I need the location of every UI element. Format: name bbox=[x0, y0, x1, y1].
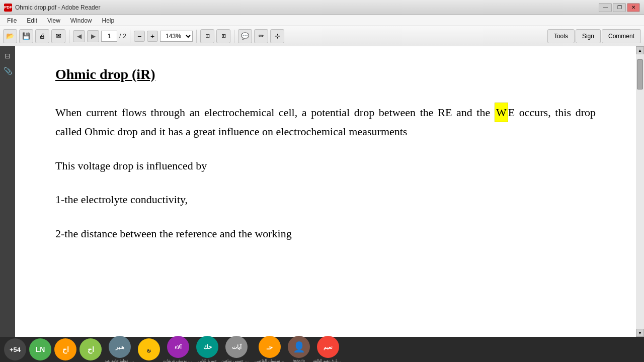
right-scrollbar: ▲ ▼ bbox=[636, 46, 644, 337]
scroll-down-arrow[interactable]: ▼ bbox=[636, 329, 644, 337]
page-input[interactable]: 1 bbox=[101, 31, 117, 42]
user-avatar-ah1[interactable]: اح bbox=[54, 338, 76, 360]
pdf-title: Ohmic drop (iR) bbox=[55, 66, 596, 82]
user-label-hk: حمزة كتاني bbox=[198, 358, 216, 362]
select-button[interactable]: ⊹ bbox=[270, 29, 284, 43]
menu-edit[interactable]: Edit bbox=[23, 16, 41, 25]
print-button[interactable]: 🖨 bbox=[35, 29, 49, 43]
fit-page-button[interactable]: ⊡ bbox=[200, 29, 214, 43]
comment-tool-button[interactable]: 💬 bbox=[238, 29, 252, 43]
pdf-app-icon: PDF bbox=[4, 4, 12, 12]
paragraph-1: When current flows through an electroche… bbox=[55, 103, 596, 141]
title-bar-left: PDF Ohmic drop.pdf - Adobe Reader bbox=[4, 4, 100, 12]
zoom-out-button[interactable]: − bbox=[134, 31, 145, 42]
user-label-photo: hutaifb bbox=[293, 358, 305, 362]
window-controls: — ❐ ✕ bbox=[599, 3, 640, 12]
page-box: 1 / 2 bbox=[101, 31, 126, 42]
zoom-in-button[interactable]: + bbox=[147, 31, 158, 42]
taskbar: +54 LN اح اح هنير بنت عطية حامد عبد يع آ… bbox=[0, 337, 644, 362]
paragraph-4: 2-the distance between the reference and… bbox=[55, 224, 596, 243]
highlight-we: W bbox=[495, 103, 508, 122]
attachments-panel-icon[interactable]: 📎 bbox=[2, 65, 13, 76]
restore-button[interactable]: ❐ bbox=[613, 3, 626, 12]
separator-3 bbox=[196, 30, 197, 43]
user-avatar-ln[interactable]: LN bbox=[29, 338, 51, 360]
menu-file[interactable]: File bbox=[3, 16, 21, 25]
title-bar: PDF Ohmic drop.pdf - Adobe Reader — ❐ ✕ bbox=[0, 0, 644, 15]
user-label-alaa: آلاء الناصر يوسف غريفات bbox=[163, 358, 193, 362]
minimize-button[interactable]: — bbox=[599, 3, 612, 12]
toolbar: 📂 💾 🖨 ✉ ◀ ▶ 1 / 2 − + 143% ⊡ ⊞ 💬 ✏ ⊹ Too… bbox=[0, 26, 644, 46]
user-avatar-hk[interactable]: حك bbox=[196, 336, 218, 358]
user-avatar-hamd[interactable]: هنير bbox=[109, 336, 131, 358]
menu-view[interactable]: View bbox=[43, 16, 64, 25]
next-page-button[interactable]: ▶ bbox=[87, 30, 99, 42]
email-button[interactable]: ✉ bbox=[51, 29, 65, 43]
menu-bar: File Edit View Window Help bbox=[0, 15, 644, 26]
scroll-up-arrow[interactable]: ▲ bbox=[636, 46, 644, 54]
pdf-content: Ohmic drop (iR) When current flows throu… bbox=[15, 46, 636, 337]
scroll-track[interactable] bbox=[636, 54, 644, 329]
fit-width-button[interactable]: ⊞ bbox=[216, 29, 230, 43]
main-layout: ⊟ 📎 Ohmic drop (iR) When current flows t… bbox=[0, 46, 644, 337]
user-avatar-ah2[interactable]: اح bbox=[79, 338, 102, 360]
user-label-naeem: نعيم طارق نعيم التالفه bbox=[313, 358, 343, 362]
open-button[interactable]: 📂 bbox=[3, 29, 17, 43]
zoom-select[interactable]: 143% bbox=[160, 31, 193, 42]
separator-1 bbox=[69, 30, 69, 43]
user-avatar-h[interactable]: حـ bbox=[259, 336, 281, 358]
tools-button[interactable]: Tools bbox=[547, 29, 575, 43]
pages-panel-icon[interactable]: ⊟ bbox=[2, 50, 13, 61]
close-button[interactable]: ✕ bbox=[627, 3, 640, 12]
left-sidebar: ⊟ 📎 bbox=[0, 46, 15, 337]
separator-4 bbox=[234, 30, 234, 43]
user-avatar-profile[interactable]: آيات bbox=[225, 336, 248, 358]
paragraph-2: This voltage drop is influenced by bbox=[55, 156, 596, 175]
comment-button[interactable]: Comment bbox=[602, 29, 641, 43]
user-avatar-ye[interactable]: يع bbox=[138, 338, 160, 360]
user-label-hamd: بنت عطية حامد عبد bbox=[105, 358, 135, 362]
scroll-thumb[interactable] bbox=[637, 59, 643, 89]
window-title: Ohmic drop.pdf - Adobe Reader bbox=[15, 4, 100, 11]
page-separator: / bbox=[119, 33, 121, 40]
right-buttons: Tools Sign Comment bbox=[547, 29, 641, 43]
page-total: 2 bbox=[123, 33, 126, 40]
user-avatar-alaa[interactable]: آلاء bbox=[167, 336, 189, 358]
markup-tool-button[interactable]: ✏ bbox=[254, 29, 268, 43]
prev-page-button[interactable]: ◀ bbox=[73, 30, 85, 42]
user-label-h: حكم منجد سليمان الغاضي bbox=[255, 358, 285, 362]
menu-help[interactable]: Help bbox=[98, 16, 119, 25]
separator-2 bbox=[130, 30, 130, 43]
paragraph-3: 1-the electrolyte conductivity, bbox=[55, 190, 596, 209]
user-label-profile: آيات صادق حسني شاهين bbox=[221, 358, 252, 362]
sign-button[interactable]: Sign bbox=[576, 29, 601, 43]
menu-window[interactable]: Window bbox=[66, 16, 96, 25]
overflow-count-badge[interactable]: +54 bbox=[4, 338, 26, 360]
user-avatar-naeem[interactable]: نعيم bbox=[317, 336, 339, 358]
user-avatar-photo[interactable]: 👤 bbox=[288, 336, 310, 358]
save-button[interactable]: 💾 bbox=[19, 29, 33, 43]
